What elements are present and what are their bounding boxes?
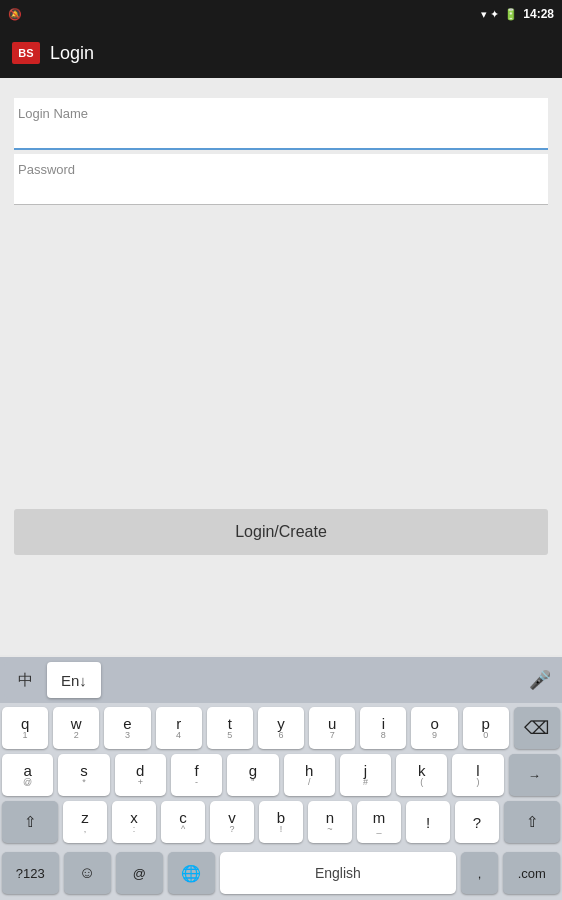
status-bar: 🔕 ▾ ✦ 🔋 14:28 [0, 0, 562, 28]
status-notifications-icon: 🔕 [8, 8, 22, 21]
globe-key[interactable]: 🌐 [168, 852, 215, 894]
key-u[interactable]: u7 [309, 707, 355, 749]
key-g[interactable]: g" [227, 754, 278, 796]
keyboard-rows: q1 w2 e3 r4 t5 y6 u7 i8 o9 p0 ⌫ a@ s* d+… [0, 703, 562, 852]
keyboard: 中 En↓ 🎤 q1 w2 e3 r4 t5 y6 u7 i8 o9 p0 ⌫ … [0, 657, 562, 900]
lang-chinese-button[interactable]: 中 [4, 662, 47, 698]
key-r[interactable]: r4 [156, 707, 202, 749]
comma-key[interactable]: , [461, 852, 499, 894]
login-name-input[interactable] [18, 123, 544, 144]
key-q[interactable]: q1 [2, 707, 48, 749]
wifi-icon: ▾ ✦ [481, 8, 499, 21]
status-time: 14:28 [523, 7, 554, 21]
emoji-key[interactable]: ☺ [64, 852, 111, 894]
login-create-button[interactable]: Login/Create [14, 509, 548, 555]
key-f[interactable]: f- [171, 754, 222, 796]
key-l[interactable]: l) [452, 754, 503, 796]
shift-right-key[interactable]: ⇧ [504, 801, 560, 843]
main-content: Login Name Password [0, 78, 562, 229]
enter-key[interactable]: → [509, 754, 560, 796]
app-logo: BS [12, 42, 40, 64]
key-k[interactable]: k( [396, 754, 447, 796]
key-v[interactable]: v? [210, 801, 254, 843]
password-label: Password [18, 162, 544, 177]
content-spacer [0, 229, 562, 509]
key-question[interactable]: ? [455, 801, 499, 843]
key-n[interactable]: n~ [308, 801, 352, 843]
login-name-label: Login Name [18, 106, 544, 121]
key-x[interactable]: x: [112, 801, 156, 843]
key-y[interactable]: y6 [258, 707, 304, 749]
login-button-wrapper: Login/Create [0, 509, 562, 555]
battery-icon: 🔋 [504, 8, 518, 21]
key-o[interactable]: o9 [411, 707, 457, 749]
shift-left-key[interactable]: ⇧ [2, 801, 58, 843]
title-bar: BS Login [0, 28, 562, 78]
status-bar-right: ▾ ✦ 🔋 14:28 [481, 7, 554, 21]
key-w[interactable]: w2 [53, 707, 99, 749]
key-i[interactable]: i8 [360, 707, 406, 749]
key-t[interactable]: t5 [207, 707, 253, 749]
microphone-button[interactable]: 🎤 [522, 662, 558, 698]
lang-english-button[interactable]: En↓ [47, 662, 101, 698]
dot-com-key[interactable]: .com [503, 852, 560, 894]
key-s[interactable]: s* [58, 754, 109, 796]
below-button-space [0, 555, 562, 655]
keyboard-row-3: ⇧ z, x: c^ v? b! n~ m_ ! ? ⇧ [2, 801, 560, 843]
key-d[interactable]: d+ [115, 754, 166, 796]
backspace-key[interactable]: ⌫ [514, 707, 560, 749]
keyboard-bottom-row: ?123 ☺ @ 🌐 English , .com [0, 852, 562, 900]
at-key[interactable]: @ [116, 852, 163, 894]
page-title: Login [50, 43, 94, 64]
space-key[interactable]: English [220, 852, 456, 894]
key-m[interactable]: m_ [357, 801, 401, 843]
language-bar: 中 En↓ 🎤 [0, 657, 562, 703]
status-bar-left: 🔕 [8, 8, 475, 21]
numbers-key[interactable]: ?123 [2, 852, 59, 894]
login-name-field-wrapper[interactable]: Login Name [14, 98, 548, 150]
key-c[interactable]: c^ [161, 801, 205, 843]
key-b[interactable]: b! [259, 801, 303, 843]
key-exclaim[interactable]: ! [406, 801, 450, 843]
key-a[interactable]: a@ [2, 754, 53, 796]
key-p[interactable]: p0 [463, 707, 509, 749]
key-j[interactable]: j# [340, 754, 391, 796]
keyboard-row-2: a@ s* d+ f- g" h/ j# k( l) → [2, 754, 560, 796]
password-input[interactable] [18, 179, 544, 200]
password-field-wrapper[interactable]: Password [14, 154, 548, 205]
key-e[interactable]: e3 [104, 707, 150, 749]
keyboard-row-1: q1 w2 e3 r4 t5 y6 u7 i8 o9 p0 ⌫ [2, 707, 560, 749]
key-h[interactable]: h/ [284, 754, 335, 796]
key-z[interactable]: z, [63, 801, 107, 843]
